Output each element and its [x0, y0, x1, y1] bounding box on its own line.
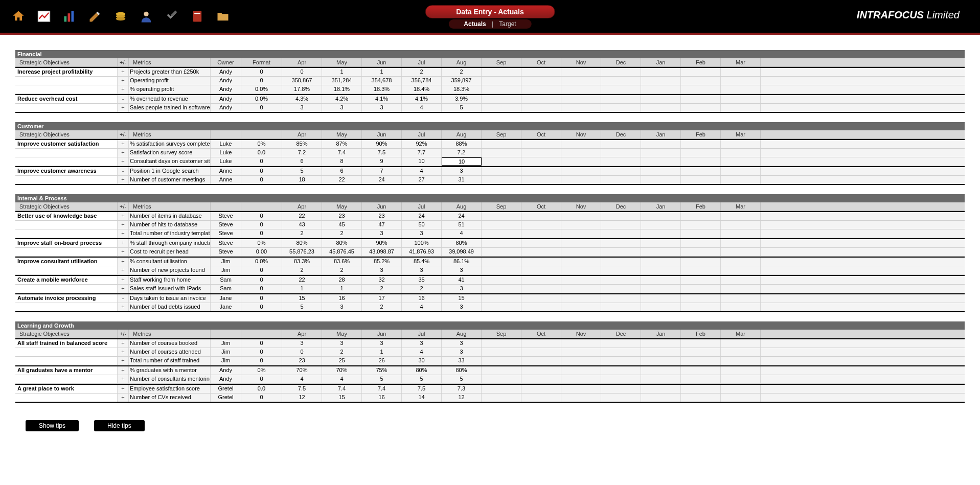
value-cell[interactable]: 80% [322, 239, 362, 247]
value-cell[interactable] [681, 339, 721, 348]
value-cell[interactable] [641, 212, 681, 220]
value-cell[interactable]: 43,098.87 [362, 248, 402, 256]
value-cell[interactable]: 86.1% [442, 258, 482, 266]
value-cell[interactable]: 18 [282, 176, 322, 184]
value-cell[interactable]: 2 [442, 68, 482, 76]
value-cell[interactable]: 7.5 [282, 385, 322, 393]
chart-icon[interactable] [36, 8, 52, 25]
folder-icon[interactable] [215, 8, 231, 25]
tools-icon[interactable] [164, 8, 180, 25]
value-cell[interactable] [561, 303, 601, 311]
value-cell[interactable] [641, 104, 681, 112]
value-cell[interactable] [681, 285, 721, 293]
value-cell[interactable] [721, 77, 761, 85]
value-cell[interactable] [561, 348, 601, 356]
value-cell[interactable] [721, 339, 761, 348]
value-cell[interactable]: 100% [402, 239, 442, 247]
value-cell[interactable]: 15 [442, 294, 482, 303]
value-cell[interactable]: 2 [402, 68, 442, 76]
expand-toggle[interactable]: + [118, 212, 129, 220]
value-cell[interactable]: 1 [362, 68, 402, 76]
expand-toggle[interactable]: + [118, 77, 129, 85]
expand-toggle[interactable]: + [118, 104, 129, 112]
value-cell[interactable]: 3 [442, 339, 482, 348]
value-cell[interactable]: 1 [322, 68, 362, 76]
value-cell[interactable]: 22 [282, 276, 322, 284]
value-cell[interactable] [561, 229, 601, 238]
value-cell[interactable]: 18.3% [362, 85, 402, 94]
value-cell[interactable]: 16 [362, 394, 402, 402]
value-cell[interactable] [482, 394, 521, 402]
value-cell[interactable] [601, 104, 641, 112]
value-cell[interactable]: 4 [402, 167, 442, 175]
value-cell[interactable] [601, 258, 641, 266]
expand-toggle[interactable]: + [118, 258, 129, 266]
value-cell[interactable]: 90% [362, 140, 402, 148]
value-cell[interactable] [482, 212, 521, 220]
value-cell[interactable] [641, 157, 681, 166]
value-cell[interactable] [561, 85, 601, 94]
value-cell[interactable] [482, 348, 521, 356]
value-cell[interactable] [681, 140, 721, 148]
value-cell[interactable] [601, 266, 641, 274]
value-cell[interactable] [482, 85, 521, 94]
expand-toggle[interactable]: + [118, 248, 129, 256]
value-cell[interactable]: 1 [322, 285, 362, 293]
bar-chart-icon[interactable] [61, 8, 78, 25]
value-cell[interactable]: 80% [442, 239, 482, 247]
value-cell[interactable]: 5 [282, 167, 322, 175]
value-cell[interactable] [561, 357, 601, 365]
value-cell[interactable] [681, 157, 721, 166]
value-cell[interactable] [601, 285, 641, 293]
value-cell[interactable] [681, 176, 721, 184]
value-cell[interactable]: 2 [282, 229, 322, 238]
value-cell[interactable] [681, 248, 721, 256]
value-cell[interactable] [681, 167, 721, 175]
value-cell[interactable] [721, 167, 761, 175]
value-cell[interactable]: 41 [442, 276, 482, 284]
value-cell[interactable] [681, 394, 721, 402]
expand-toggle[interactable]: + [118, 348, 129, 356]
value-cell[interactable] [601, 221, 641, 229]
value-cell[interactable] [641, 167, 681, 175]
value-cell[interactable]: 15 [322, 394, 362, 402]
value-cell[interactable]: 92% [402, 140, 442, 148]
value-cell[interactable] [641, 229, 681, 238]
value-cell[interactable] [561, 258, 601, 266]
value-cell[interactable]: 3 [282, 339, 322, 348]
value-cell[interactable] [561, 375, 601, 383]
value-cell[interactable]: 3 [402, 229, 442, 238]
value-cell[interactable] [641, 294, 681, 303]
value-cell[interactable] [601, 157, 641, 166]
value-cell[interactable]: 2 [402, 285, 442, 293]
value-cell[interactable] [482, 248, 521, 256]
value-cell[interactable]: 3 [442, 167, 482, 175]
value-cell[interactable] [721, 157, 761, 166]
value-cell[interactable]: 5 [402, 375, 442, 383]
value-cell[interactable]: 16 [402, 294, 442, 303]
value-cell[interactable]: 33 [442, 357, 482, 365]
expand-toggle[interactable]: - [118, 294, 129, 303]
value-cell[interactable] [641, 394, 681, 402]
value-cell[interactable] [482, 95, 521, 103]
book-icon[interactable] [189, 8, 206, 25]
value-cell[interactable] [521, 266, 561, 274]
value-cell[interactable] [521, 239, 561, 247]
expand-toggle[interactable]: + [118, 221, 129, 229]
value-cell[interactable] [482, 104, 521, 112]
value-cell[interactable]: 25 [322, 357, 362, 365]
expand-toggle[interactable]: + [118, 366, 129, 375]
value-cell[interactable]: 23 [282, 357, 322, 365]
value-cell[interactable] [641, 248, 681, 256]
value-cell[interactable]: 80% [402, 366, 442, 375]
value-cell[interactable] [561, 176, 601, 184]
value-cell[interactable]: 3 [442, 348, 482, 356]
value-cell[interactable] [561, 95, 601, 103]
value-cell[interactable] [561, 294, 601, 303]
value-cell[interactable]: 7.3 [442, 385, 482, 393]
value-cell[interactable] [561, 394, 601, 402]
value-cell[interactable]: 4 [282, 375, 322, 383]
show-tips-button[interactable]: Show tips [26, 420, 79, 431]
value-cell[interactable]: 18.3% [442, 85, 482, 94]
expand-toggle[interactable]: - [118, 95, 129, 103]
